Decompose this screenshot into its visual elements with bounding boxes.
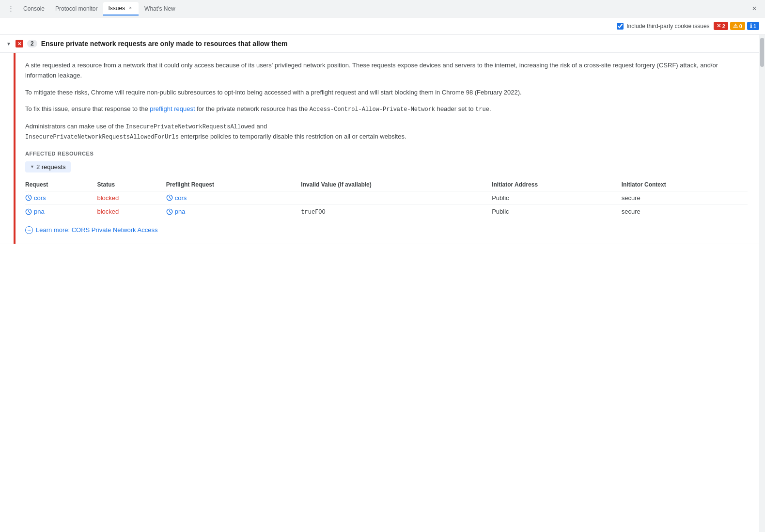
desc4-post: enterprise policies to temporarily disab…	[179, 133, 406, 140]
error-badge-count: 2	[722, 23, 725, 29]
description-paragraph-4: Administrators can make use of the Insec…	[25, 122, 748, 142]
cell-initiator-context: secure	[622, 191, 748, 204]
close-window-icon: ×	[752, 4, 756, 13]
requests-toggle[interactable]: ▼ 2 requests	[25, 161, 71, 172]
dots-icon: ⋮	[8, 5, 14, 12]
desc4-pre: Administrators can make use of the	[25, 123, 125, 130]
col-initiator-context: Initiator Context	[622, 178, 748, 191]
tab-protocol-monitor-label: Protocol monitor	[55, 5, 97, 12]
info-badge[interactable]: ℹ 1	[747, 22, 759, 30]
issue-content: A site requested a resource from a netwo…	[16, 53, 759, 244]
badge-group: ✕ 2 ⚠ 0 ℹ 1	[714, 22, 759, 30]
learn-more-link[interactable]: → Learn more: CORS Private Network Acces…	[25, 226, 748, 234]
tab-bar: ⋮ Console Protocol monitor Issues × What…	[0, 0, 765, 17]
cell-invalid-value	[301, 191, 492, 204]
tab-console-label: Console	[23, 5, 45, 12]
cell-invalid-value: trueFOO	[301, 204, 492, 219]
chevron-down-icon: ▼	[6, 41, 12, 47]
invalid-value-code: trueFOO	[301, 209, 325, 216]
close-issues-tab-button[interactable]: ×	[127, 5, 134, 12]
issues-panel[interactable]: ▼ ✕ 2 Ensure private network requests ar…	[0, 35, 759, 532]
cell-initiator-address: Public	[492, 204, 622, 219]
table-header-row: Request Status Preflight Request Invalid…	[25, 178, 748, 191]
cell-initiator-context: secure	[622, 204, 748, 219]
request-link[interactable]: cors	[25, 194, 92, 202]
table-row: corsblockedcorsPublicsecure	[25, 191, 748, 204]
refresh-icon	[166, 208, 173, 215]
desc4-mid: and	[255, 123, 267, 130]
issue-header[interactable]: ▼ ✕ 2 Ensure private network requests ar…	[0, 35, 759, 53]
warning-badge[interactable]: ⚠ 0	[730, 22, 745, 30]
status-blocked-label: blocked	[97, 194, 119, 202]
requests-toggle-label: 2 requests	[36, 163, 66, 171]
toolbar-row: Include third-party cookie issues ✕ 2 ⚠ …	[0, 17, 765, 35]
tab-issues[interactable]: Issues ×	[103, 2, 139, 16]
third-party-cookie-checkbox[interactable]	[617, 23, 624, 30]
warning-badge-count: 0	[739, 23, 742, 29]
close-devtools-button[interactable]: ×	[748, 2, 761, 16]
preflight-link[interactable]: cors	[166, 194, 296, 202]
circle-arrow-icon: →	[25, 226, 33, 234]
third-party-cookie-checkbox-label[interactable]: Include third-party cookie issues	[617, 23, 709, 30]
scrollbar-thumb[interactable]	[760, 38, 764, 67]
true-code: true	[475, 106, 489, 113]
warning-badge-icon: ⚠	[733, 23, 738, 29]
error-badge-icon: ✕	[717, 23, 721, 29]
refresh-icon	[25, 208, 32, 215]
policy-code-2: InsecurePrivateNetworkRequestsAllowedFor…	[25, 134, 179, 141]
tab-protocol-monitor[interactable]: Protocol monitor	[50, 2, 102, 16]
preflight-link[interactable]: pna	[166, 208, 296, 215]
cell-status: blocked	[97, 204, 166, 219]
affected-resources-label: AFFECTED RESOURCES	[25, 151, 748, 156]
desc3-post: header set to	[435, 105, 475, 112]
col-invalid-value: Invalid Value (if available)	[301, 178, 492, 191]
learn-more-text: Learn more: CORS Private Network Access	[36, 226, 157, 234]
col-initiator-address: Initiator Address	[492, 178, 622, 191]
cell-request: pna	[25, 204, 97, 219]
table-row: pnablockedpnatrueFOOPublicsecure	[25, 204, 748, 219]
more-options-button[interactable]: ⋮	[4, 2, 17, 16]
third-party-cookie-label: Include third-party cookie issues	[626, 23, 709, 30]
tab-whats-new-label: What's New	[144, 5, 175, 12]
requests-table: Request Status Preflight Request Invalid…	[25, 178, 748, 219]
col-status: Status	[97, 178, 166, 191]
tab-issues-label: Issues	[108, 5, 125, 12]
tab-whats-new[interactable]: What's New	[140, 2, 180, 16]
cell-preflight: cors	[166, 191, 301, 204]
description-paragraph-3: To fix this issue, ensure that response …	[25, 104, 748, 114]
scrollbar-track[interactable]	[759, 35, 765, 532]
desc3-end: .	[489, 105, 491, 112]
status-blocked-label: blocked	[97, 208, 119, 215]
preflight-request-link[interactable]: preflight request	[150, 105, 195, 112]
description-paragraph-2: To mitigate these risks, Chrome will req…	[25, 88, 748, 98]
description-paragraph-1: A site requested a resource from a netwo…	[25, 61, 748, 81]
cell-initiator-address: Public	[492, 191, 622, 204]
issue-title: Ensure private network requests are only…	[41, 40, 288, 47]
header-code: Access-Control-Allow-Private-Network	[310, 106, 435, 113]
cell-status: blocked	[97, 191, 166, 204]
refresh-icon	[166, 194, 173, 201]
info-badge-icon: ℹ	[750, 23, 752, 29]
desc3-mid: for the private network resource has the	[195, 105, 310, 112]
policy-code-1: InsecurePrivateNetworkRequestsAllowed	[125, 124, 254, 130]
toggle-chevron-icon: ▼	[30, 164, 34, 169]
tab-console[interactable]: Console	[18, 2, 49, 16]
cell-preflight: pna	[166, 204, 301, 219]
error-icon: ✕	[16, 40, 23, 47]
main-content: ▼ ✕ 2 Ensure private network requests ar…	[0, 35, 765, 532]
info-badge-count: 1	[753, 23, 756, 29]
cell-request: cors	[25, 191, 97, 204]
refresh-icon	[25, 194, 32, 201]
issue-count-badge: 2	[27, 40, 37, 47]
col-request: Request	[25, 178, 97, 191]
issue-body: A site requested a resource from a netwo…	[0, 53, 759, 244]
request-link[interactable]: pna	[25, 208, 92, 215]
desc3-pre: To fix this issue, ensure that response …	[25, 105, 150, 112]
error-badge[interactable]: ✕ 2	[714, 22, 728, 30]
col-preflight: Preflight Request	[166, 178, 301, 191]
